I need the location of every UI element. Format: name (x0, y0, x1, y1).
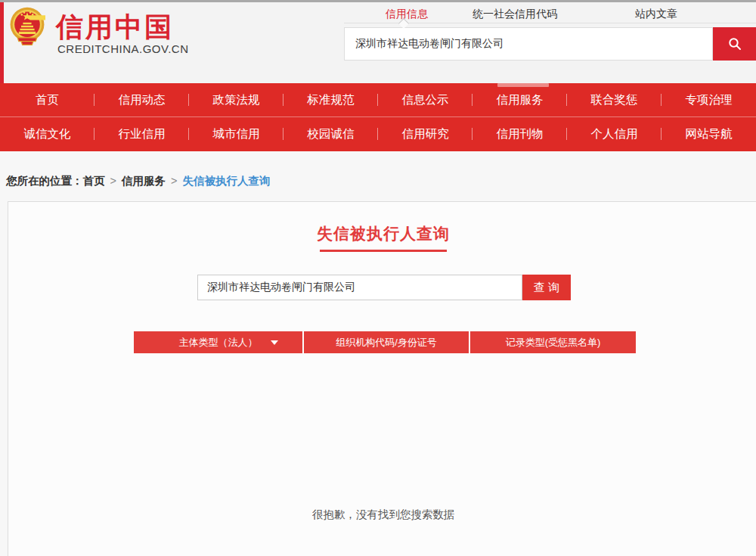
nav-item-site-map[interactable]: 网站导航 (662, 117, 756, 151)
breadcrumb-separator: > (171, 175, 177, 187)
filter-record-type-label: 记录类型(受惩黑名单) (506, 337, 601, 348)
query-content-panel: 失信被执行人查询 查 询 主体类型（法人） 组织机构代码/身份证号 记录类型(受… (8, 201, 756, 556)
header-search-button[interactable] (713, 27, 756, 61)
magnifier-icon (727, 36, 742, 51)
query-search-input[interactable] (197, 275, 522, 300)
nav-row-1: 首页 信用动态 政策法规 标准规范 信息公示 信用服务 联合奖惩 专项治理 (0, 83, 756, 116)
filter-org-code-label: 组织机构代码/身份证号 (336, 337, 437, 348)
site-domain: CREDITCHINA.GOV.CN (57, 42, 188, 55)
nav-item-integrity-culture[interactable]: 诚信文化 (0, 117, 94, 151)
caret-down-icon (271, 340, 278, 345)
page-title-underline (320, 250, 447, 252)
page-body: 您所在的位置：首页>信用服务>失信被执行人查询 失信被执行人查询 查 询 主体类… (0, 151, 756, 556)
nav-item-special-governance[interactable]: 专项治理 (662, 83, 756, 116)
header-search-input[interactable] (344, 27, 713, 61)
nav-item-campus-integrity[interactable]: 校园诚信 (284, 117, 378, 151)
filter-header-row: 主体类型（法人） 组织机构代码/身份证号 记录类型(受惩黑名单) (134, 331, 636, 353)
nav-item-home[interactable]: 首页 (0, 83, 94, 116)
filter-org-code-header: 组织机构代码/身份证号 (304, 331, 469, 353)
breadcrumb-prefix: 您所在的位置： (6, 175, 83, 187)
nav-item-city-credit[interactable]: 城市信用 (189, 117, 284, 151)
breadcrumb-separator: > (110, 175, 116, 187)
page-title-wrap: 失信被执行人查询 (8, 223, 756, 252)
site-title: 信用中国 (56, 9, 174, 46)
nav-item-joint-rewards-punishments[interactable]: 联合奖惩 (567, 83, 662, 116)
breadcrumb-credit-services[interactable]: 信用服务 (122, 175, 166, 187)
china-national-emblem-icon (9, 6, 45, 50)
breadcrumb-current-page: 失信被执行人查询 (182, 175, 270, 187)
nav-item-credit-services[interactable]: 信用服务 (472, 83, 567, 116)
query-search-button[interactable]: 查 询 (522, 275, 571, 300)
nav-item-personal-credit[interactable]: 个人信用 (567, 117, 662, 151)
nav-item-credit-news[interactable]: 信用动态 (94, 83, 189, 116)
main-navigation: 首页 信用动态 政策法规 标准规范 信息公示 信用服务 联合奖惩 专项治理 诚信… (0, 83, 756, 151)
tab-site-articles[interactable]: 站内文章 (635, 8, 677, 21)
tab-credit-info[interactable]: 信用信息 (386, 8, 428, 21)
nav-item-standards[interactable]: 标准规范 (284, 83, 378, 116)
nav-row-2: 诚信文化 行业信用 城市信用 校园诚信 信用研究 信用刊物 个人信用 网站导航 (0, 117, 756, 151)
left-accent-strip (0, 2, 4, 83)
breadcrumb: 您所在的位置：首页>信用服务>失信被执行人查询 (6, 174, 270, 188)
empty-result-message: 很抱歉，没有找到您搜索数据 (8, 508, 756, 522)
nav-item-industry-credit[interactable]: 行业信用 (94, 117, 189, 151)
nav-item-policies[interactable]: 政策法规 (189, 83, 284, 116)
nav-item-credit-research[interactable]: 信用研究 (378, 117, 472, 151)
query-search-row: 查 询 (197, 275, 571, 300)
nav-item-credit-publications[interactable]: 信用刊物 (472, 117, 567, 151)
site-header: 信用中国 CREDITCHINA.GOV.CN 信用信息 统一社会信用代码 站内… (0, 2, 756, 83)
filter-subject-type-dropdown[interactable]: 主体类型（法人） (134, 331, 302, 353)
page-title: 失信被执行人查询 (317, 223, 450, 244)
nav-item-info-disclosure[interactable]: 信息公示 (378, 83, 472, 116)
tab-unified-social-credit-code[interactable]: 统一社会信用代码 (472, 8, 557, 21)
breadcrumb-home[interactable]: 首页 (83, 175, 105, 187)
filter-record-type-header: 记录类型(受惩黑名单) (470, 331, 636, 353)
filter-subject-type-label: 主体类型（法人） (179, 337, 258, 348)
